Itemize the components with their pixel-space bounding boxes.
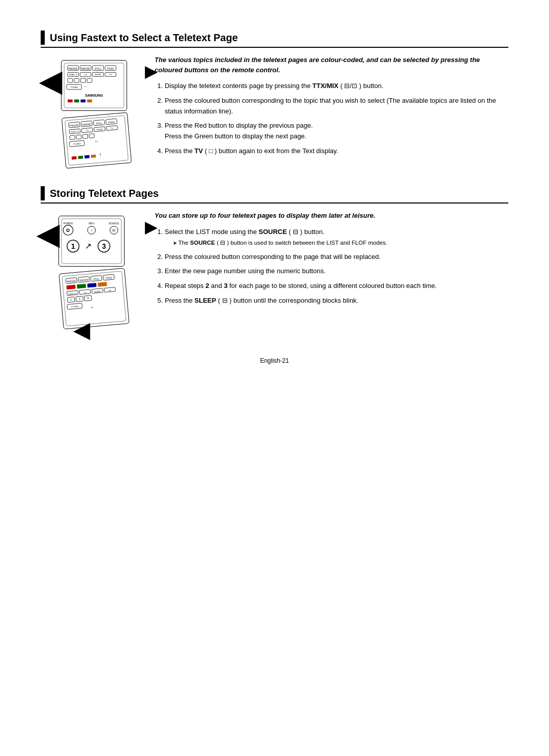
svg-text:INFO: INFO [88,222,95,225]
section2-diagrams-col: ◀ ▶ POWER INFO SOURCE ⏻ i [41,211,142,327]
section1-step2: Press the coloured button corresponding … [165,96,508,117]
section-storing: Storing Teletext Pages ◀ ▶ POWER INFO SO… [41,186,508,327]
svg-text:PMODE: PMODE [69,68,78,70]
section2-diagram-bottom: PMODE SMODE STILL FSSS DUAL I-II I-II [58,268,129,330]
section2-content: You can store up to four teletext pages … [155,211,508,310]
page-number: English-21 [41,357,508,364]
section1-diagram-top: PMODE SMODE STILL FSSS DUAL I-II I-II SL… [61,60,127,111]
section2-header-bar [41,186,45,200]
svg-rect-83 [77,284,86,288]
svg-rect-53 [72,156,77,160]
section2-step2: Press the coloured button corresponding … [165,252,508,263]
svg-text:I-II: I-II [84,292,86,294]
section2-step5-bold: SLEEP [195,297,217,304]
section1-arrow-big: ◀ [40,68,61,96]
svg-text:1: 1 [71,243,75,250]
svg-text:SAMSUNG: SAMSUNG [85,94,103,97]
svg-text:I-II: I-II [84,73,87,76]
svg-text:1: 1 [70,298,72,301]
svg-rect-54 [78,156,83,159]
section1-intro: The various topics included in the telet… [155,55,508,75]
section2-arrow-bottom: ◀ [74,318,89,342]
section2-step3: Enter the new page number using the nume… [165,266,508,277]
section2-intro: You can store up to four teletext pages … [155,211,508,221]
svg-text:←: ← [83,84,87,89]
section2-arrow-right: ▶ [145,218,157,236]
svg-text:←: ← [89,304,95,310]
svg-text:3: 3 [102,243,106,250]
section2-step1: Select the LIST mode using the SOURCE ( … [165,227,508,248]
section1-body: ◀ ▶ PMODE SMODE STILL FSSS [41,55,508,166]
svg-text:SMODE: SMODE [81,68,90,70]
svg-rect-26 [74,99,79,102]
section1-arrow-small: ▶ [145,63,157,80]
section1-header: Using Fastext to Select a Teletext Page [41,31,508,48]
svg-text:TV: TV [111,127,114,129]
svg-rect-28 [87,99,92,102]
section1-step3: Press the Red button to display the prev… [165,121,508,142]
svg-text:TV: TV [109,73,112,76]
svg-text:⊟: ⊟ [112,228,115,232]
svg-rect-58 [62,219,121,264]
section1-steps: Display the teletext contents page by pr… [155,81,508,157]
section1-step4-bold: TV [195,147,203,155]
section-fastext: Using Fastext to Select a Teletext Page … [41,31,508,166]
svg-text:SOURCE: SOURCE [109,222,120,225]
section1-diagrams-col: ◀ ▶ PMODE SMODE STILL FSSS [41,55,142,166]
svg-rect-25 [68,99,73,102]
section2-diagram-top: POWER INFO SOURCE ⏻ i ⊟ 1 [58,216,125,267]
section2-step5: Press the SLEEP ( ⊟ ) button until the c… [165,296,508,306]
svg-text:↑: ↑ [99,152,102,157]
svg-rect-27 [81,99,86,102]
section2-body: ◀ ▶ POWER INFO SOURCE ⏻ i [41,211,508,327]
section2-step1-note: The SOURCE ( ⊟ ) button is used to switc… [173,238,508,247]
section2-step4: Repeat steps 2 and 3 for each page to be… [165,281,508,292]
svg-rect-82 [67,285,76,289]
section1-step4: Press the TV ( □ ) button again to exit … [165,146,508,157]
svg-text:SLEEP: SLEEP [95,73,102,76]
section1-header-bar [41,31,45,45]
section2-step1-bold: SOURCE [259,228,287,236]
svg-text:←: ← [94,138,100,144]
section2-arrow-big: ◀ [37,221,58,249]
section1-step1-bold: TTX/MIX [313,82,339,90]
svg-text:I-II: I-II [86,129,88,132]
svg-rect-55 [84,155,89,159]
section2-steps: Select the LIST mode using the SOURCE ( … [155,227,508,306]
section1-step1: Display the teletext contents page by pr… [165,81,508,92]
svg-text:↗: ↗ [85,242,92,250]
section1-diagram-bottom: PMODE SMODE STILL FSSS DUAL I-II I-II SL… [62,112,132,169]
svg-rect-56 [91,155,96,158]
svg-text:POWER: POWER [64,222,73,225]
svg-rect-84 [87,283,97,287]
svg-text:TTX/MIX: TTX/MIX [70,86,78,89]
section2-header: Storing Teletext Pages [41,186,508,203]
svg-text:TV: TV [108,289,111,292]
svg-rect-85 [98,282,107,286]
section1-content: The various topics included in the telet… [155,55,508,161]
svg-text:FSSS: FSSS [107,68,114,70]
section1-title: Using Fastext to Select a Teletext Page [50,32,238,44]
section2-diagram-wrapper: ◀ ▶ POWER INFO SOURCE ⏻ i [58,216,142,327]
svg-text:⏻: ⏻ [66,228,70,232]
svg-text:DUAL I-II: DUAL I-II [69,73,77,76]
svg-text:2: 2 [79,297,81,300]
section2-title: Storing Teletext Pages [50,188,159,199]
section1-diagram-wrapper: ◀ ▶ PMODE SMODE STILL FSSS [61,60,142,166]
svg-text:STILL: STILL [95,68,101,70]
